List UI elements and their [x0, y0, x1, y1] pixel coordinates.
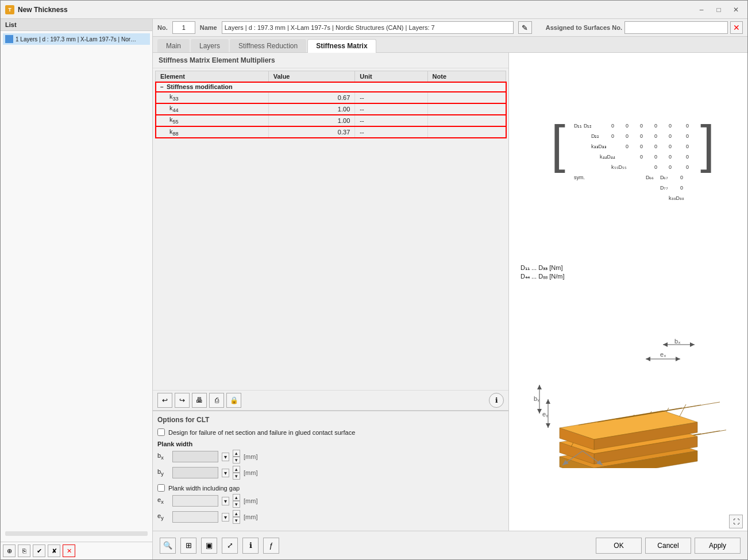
svg-text:k₅₅D₅₅: k₅₅D₅₅	[611, 164, 627, 170]
list-duplicate-button[interactable]: ⎘	[18, 544, 30, 557]
design-failure-checkbox[interactable]	[157, 428, 165, 436]
svg-text:0: 0	[654, 133, 657, 139]
gap-ex-spinner[interactable]: ▴ ▾	[233, 494, 240, 508]
no-label: No.	[157, 24, 168, 31]
svg-text:bₓ: bₓ	[674, 338, 681, 345]
svg-text:0: 0	[626, 123, 629, 129]
matrix-legend: D₁₁ ... D₃₃ [Nm] D₄₄ ... D₈₈ [N/m]	[509, 260, 747, 286]
close-button[interactable]: ✕	[729, 3, 743, 17]
svg-text:]: ]	[700, 115, 715, 173]
list-item-label: 1 Layers | d : 197.3 mm | X-Lam 197-7s |…	[16, 36, 136, 43]
svg-text:0: 0	[626, 133, 629, 139]
plank-bx-dropdown[interactable]: ▾	[222, 453, 229, 461]
svg-text:0: 0	[686, 123, 689, 129]
name-input[interactable]: Layers | d : 197.3 mm | X-Lam 197-7s | N…	[222, 21, 514, 34]
cell-value[interactable]: 0.37	[268, 126, 355, 138]
svg-text:0: 0	[611, 133, 614, 139]
maximize-button[interactable]: □	[712, 3, 726, 17]
cell-note	[427, 115, 506, 126]
col-unit: Unit	[355, 71, 427, 82]
svg-text:0: 0	[669, 164, 672, 170]
list-add-button[interactable]: ⊕	[3, 544, 16, 557]
svg-text:D₂₂: D₂₂	[591, 133, 600, 139]
col-value: Value	[268, 71, 355, 82]
svg-text:0: 0	[686, 154, 689, 160]
plank-by-input[interactable]	[172, 467, 218, 478]
plank-bx-label: bx	[157, 452, 169, 461]
export-button[interactable]: ↪	[175, 393, 190, 408]
cell-unit: --	[355, 92, 427, 103]
gap-checkbox[interactable]	[157, 484, 165, 492]
gap-ey-unit: [mm]	[244, 513, 257, 520]
gap-ey-dropdown[interactable]: ▾	[222, 513, 229, 522]
name-edit-button[interactable]: ✎	[518, 21, 532, 34]
print-preview-button[interactable]: 🖶	[192, 393, 207, 408]
assigned-clear-button[interactable]: ✕	[730, 21, 743, 34]
diagram-panel: [ D₁₁ D₁₂ 0 0 0 0 0 0 D₂₂ 0	[509, 53, 747, 531]
tab-main[interactable]: Main	[157, 39, 190, 52]
clt-diagram: eₓ bₓ	[509, 286, 747, 512]
footer-select-button[interactable]: ▣	[201, 538, 217, 554]
svg-text:0: 0	[640, 133, 643, 139]
footer-buttons: OK Cancel Apply	[596, 538, 741, 554]
svg-text:k₄₄D₄₄: k₄₄D₄₄	[600, 154, 615, 160]
list-panel: List 1 Layers | d : 197.3 mm | X-Lam 197…	[1, 19, 153, 559]
cell-value[interactable]: 1.00	[268, 115, 355, 126]
list-uncheck-button[interactable]: ✘	[48, 544, 60, 557]
apply-button[interactable]: Apply	[695, 538, 741, 554]
expand-icon[interactable]: −	[160, 84, 164, 90]
footer-connect-button[interactable]: ⤢	[222, 538, 238, 554]
tab-bar: Main Layers Stiffness Reduction Stiffnes…	[153, 37, 747, 53]
plank-bx-input[interactable]	[172, 451, 218, 462]
col-element: Element	[156, 71, 269, 82]
gap-ex-dropdown[interactable]: ▾	[222, 497, 229, 505]
diagram-footer: ⛶	[509, 512, 747, 531]
footer-formula-button[interactable]: ƒ	[263, 538, 279, 554]
minimize-button[interactable]: –	[695, 3, 708, 17]
cell-note	[427, 126, 506, 138]
gap-ey-input[interactable]	[172, 511, 218, 523]
cell-element: k44	[156, 103, 269, 115]
diagram-expand-button[interactable]: ⛶	[729, 515, 743, 528]
cell-value[interactable]: 0.67	[268, 92, 355, 103]
list-scrollbar[interactable]	[5, 531, 148, 536]
tab-layers[interactable]: Layers	[191, 39, 229, 52]
import-button[interactable]: ↩	[157, 393, 172, 408]
gap-ey-spinner[interactable]: ▴ ▾	[233, 510, 240, 524]
footer-info-button[interactable]: ℹ	[242, 538, 259, 554]
list-content: 1 Layers | d : 197.3 mm | X-Lam 197-7s |…	[1, 31, 152, 529]
main-window: T New Thickness – □ ✕ List 1 Layers | d …	[0, 0, 748, 560]
plank-bx-unit: [mm]	[244, 453, 257, 460]
plank-by-dropdown[interactable]: ▾	[222, 469, 229, 477]
gap-ex-input[interactable]	[172, 495, 218, 507]
info-button[interactable]: ℹ	[489, 393, 504, 408]
list-item[interactable]: 1 Layers | d : 197.3 mm | X-Lam 197-7s |…	[3, 33, 150, 45]
split-pane: Stiffness Matrix Element Multipliers Ele…	[153, 53, 747, 531]
svg-text:0: 0	[680, 185, 683, 191]
cancel-button[interactable]: Cancel	[645, 538, 691, 554]
gap-ex-label: ex	[157, 496, 169, 505]
assigned-input[interactable]	[624, 21, 728, 34]
svg-text:D₇₇: D₇₇	[660, 185, 669, 191]
svg-text:0: 0	[669, 154, 672, 160]
footer-grid-button[interactable]: ⊞	[180, 538, 196, 554]
cell-unit: --	[355, 115, 427, 126]
footer-search-button[interactable]: 🔍	[160, 538, 176, 554]
svg-text:D₆₇: D₆₇	[660, 175, 669, 180]
cell-value[interactable]: 1.00	[268, 103, 355, 115]
svg-text:D₁₁ D₁₂: D₁₁ D₁₂	[574, 123, 592, 129]
plank-by-spinner[interactable]: ▴ ▾	[233, 466, 240, 480]
lock-button[interactable]: 🔒	[226, 393, 241, 408]
clt-svg: eₓ bₓ	[531, 330, 726, 468]
print-button[interactable]: ⎙	[209, 393, 224, 408]
svg-marker-71	[546, 423, 550, 428]
ok-button[interactable]: OK	[596, 538, 642, 554]
list-check-button[interactable]: ✔	[33, 544, 45, 557]
plank-bx-spinner[interactable]: ▴ ▾	[233, 450, 240, 464]
col-note: Note	[427, 71, 506, 82]
tab-stiffness-reduction[interactable]: Stiffness Reduction	[230, 39, 306, 52]
svg-text:0: 0	[611, 123, 614, 129]
tab-stiffness-matrix[interactable]: Stiffness Matrix	[307, 39, 376, 53]
svg-text:eᵧ: eᵧ	[542, 411, 548, 418]
list-delete-button[interactable]: ✕	[63, 544, 75, 557]
